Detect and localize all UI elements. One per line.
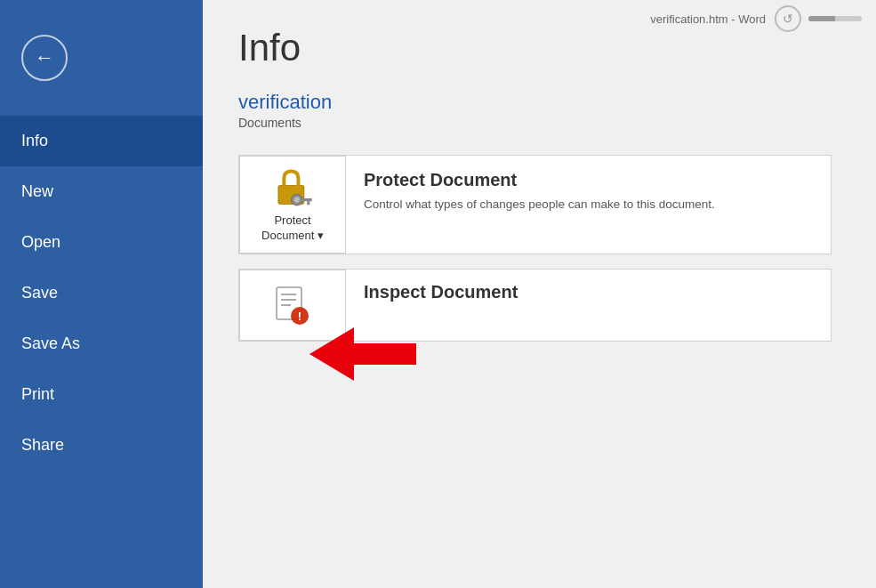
sidebar: ← Info New Open Save Save As Print Share — [0, 0, 203, 588]
red-arrow-annotation — [309, 327, 416, 384]
title-bar: verification.htm - Word ↺ — [636, 0, 876, 37]
sidebar-item-info[interactable]: Info — [0, 116, 203, 166]
svg-rect-4 — [307, 201, 309, 205]
window-refresh-icon: ↺ — [775, 5, 801, 32]
document-location: Documents — [238, 116, 840, 130]
back-button[interactable]: ← — [21, 35, 68, 81]
sidebar-item-print[interactable]: Print — [0, 369, 203, 420]
title-bar-text: verification.htm - Word — [650, 12, 766, 26]
protect-document-info: Protect Document Control what types of c… — [346, 156, 831, 228]
window-progress-fill — [808, 16, 835, 21]
inspect-document-title: Inspect Document — [364, 282, 518, 302]
sidebar-item-open[interactable]: Open — [0, 217, 203, 268]
protect-document-card: ProtectDocument ▾ Protect Document Contr… — [238, 155, 832, 254]
protect-document-title: Protect Document — [364, 170, 813, 190]
nav-label-print: Print — [21, 385, 54, 403]
svg-point-2 — [294, 197, 300, 202]
protect-document-button[interactable]: ProtectDocument ▾ — [239, 156, 346, 254]
inspect-document-info: Inspect Document — [346, 270, 535, 315]
sidebar-item-saveas[interactable]: Save As — [0, 318, 203, 369]
sidebar-item-new[interactable]: New — [0, 166, 203, 217]
content-area: verification.htm - Word ↺ Info verificat… — [203, 0, 876, 588]
nav-label-info: Info — [21, 132, 48, 149]
svg-rect-5 — [309, 198, 311, 201]
nav-label-save: Save — [21, 284, 58, 302]
window-progress-bar — [808, 16, 862, 21]
nav-label-open: Open — [21, 233, 60, 251]
window-icons: ↺ — [775, 5, 862, 32]
nav-label-share: Share — [21, 436, 64, 454]
svg-marker-6 — [309, 327, 416, 381]
sidebar-item-share[interactable]: Share — [0, 420, 203, 471]
inspect-icon: ! — [273, 286, 312, 325]
back-button-area: ← — [0, 0, 203, 116]
protect-document-icon-label: ProtectDocument ▾ — [261, 213, 324, 244]
document-name: verification — [238, 91, 840, 114]
svg-text:!: ! — [298, 310, 301, 323]
nav-label-new: New — [21, 182, 53, 200]
back-arrow-icon: ← — [35, 48, 54, 68]
lock-icon — [270, 165, 315, 208]
sidebar-item-save[interactable]: Save — [0, 268, 203, 318]
protect-document-desc: Control what types of changes people can… — [364, 196, 813, 213]
svg-rect-3 — [301, 198, 311, 201]
nav-label-saveas: Save As — [21, 334, 80, 352]
